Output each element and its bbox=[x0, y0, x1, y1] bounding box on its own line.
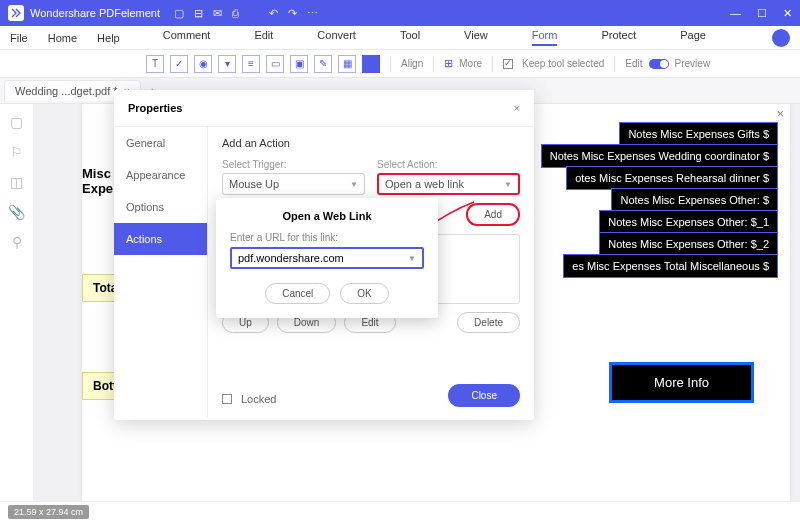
app-name: Wondershare PDFelement bbox=[30, 7, 160, 19]
text-field-icon[interactable]: T bbox=[146, 55, 164, 73]
radio-icon[interactable]: ◉ bbox=[194, 55, 212, 73]
menu-protect[interactable]: Protect bbox=[601, 29, 636, 46]
left-sidebar: ▢ ⚐ ◫ 📎 ⚲ bbox=[0, 104, 34, 501]
properties-close-icon[interactable]: × bbox=[514, 102, 520, 114]
locked-label: Locked bbox=[241, 393, 276, 405]
locked-checkbox[interactable] bbox=[222, 394, 232, 404]
add-action-heading: Add an Action bbox=[222, 137, 520, 149]
form-field[interactable]: Notes Misc Expenses Other: $ bbox=[611, 188, 778, 212]
trigger-label: Select Trigger: bbox=[222, 159, 365, 170]
image-icon[interactable]: ▣ bbox=[290, 55, 308, 73]
maximize-icon[interactable]: ☐ bbox=[757, 7, 767, 20]
button-icon[interactable]: ▭ bbox=[266, 55, 284, 73]
form-field[interactable]: es Misc Expenses Total Miscellaneous $ bbox=[563, 254, 778, 278]
align-dropdown[interactable]: Align bbox=[401, 58, 423, 69]
menu-form[interactable]: Form bbox=[532, 29, 558, 46]
url-dialog: Open a Web Link Enter a URL for this lin… bbox=[216, 198, 438, 318]
menu-home[interactable]: Home bbox=[48, 32, 77, 44]
tab-appearance[interactable]: Appearance bbox=[114, 159, 207, 191]
menu-help[interactable]: Help bbox=[97, 32, 120, 44]
keep-tool-checkbox[interactable] bbox=[503, 59, 513, 69]
page-dimensions: 21.59 x 27.94 cm bbox=[8, 505, 89, 519]
misc-heading: Misc Expe bbox=[82, 166, 113, 196]
menu-page[interactable]: Page bbox=[680, 29, 706, 46]
menu-comment[interactable]: Comment bbox=[163, 29, 211, 46]
form-field[interactable]: Notes Misc Expenses Other: $_1 bbox=[599, 210, 778, 234]
mail-icon[interactable]: ✉ bbox=[213, 7, 222, 20]
print-icon[interactable]: ⎙ bbox=[232, 7, 239, 19]
more-label[interactable]: More bbox=[459, 58, 482, 69]
menu-convert[interactable]: Convert bbox=[317, 29, 356, 46]
form-field[interactable]: Notes Misc Expenses Wedding coordinator … bbox=[541, 144, 778, 168]
action-label: Select Action: bbox=[377, 159, 520, 170]
bookmarks-icon[interactable]: ⚐ bbox=[10, 144, 23, 160]
trigger-select[interactable]: Mouse Up▼ bbox=[222, 173, 365, 195]
tab-options[interactable]: Options bbox=[114, 191, 207, 223]
ok-button[interactable]: OK bbox=[340, 283, 388, 304]
attachments-icon[interactable]: 📎 bbox=[8, 204, 25, 220]
action-select[interactable]: Open a web link▼ bbox=[377, 173, 520, 195]
search-icon[interactable]: ⚲ bbox=[12, 234, 22, 250]
preview-mode-label: Preview bbox=[675, 58, 711, 69]
more-tools-icon[interactable]: ⊞ bbox=[444, 57, 453, 70]
more-info-button[interactable]: More Info bbox=[609, 362, 754, 403]
form-field[interactable]: otes Misc Expenses Rehearsal dinner $ bbox=[566, 166, 778, 190]
edit-preview-toggle[interactable] bbox=[649, 59, 669, 69]
menu-view[interactable]: View bbox=[464, 29, 488, 46]
add-button[interactable]: Add bbox=[466, 203, 520, 226]
layers-icon[interactable]: ◫ bbox=[10, 174, 23, 190]
tab-title: Wedding ...dget.pdf * bbox=[15, 85, 118, 97]
tab-actions[interactable]: Actions bbox=[114, 223, 207, 255]
properties-title: Properties bbox=[128, 102, 182, 114]
panel-close-icon[interactable]: × bbox=[776, 106, 784, 121]
titlebar-quick-icons: ▢ ⊟ ✉ ⎙ ↶ ↷ ⋯ bbox=[174, 7, 318, 20]
signature-icon[interactable]: ✎ bbox=[314, 55, 332, 73]
checkbox-icon[interactable]: ✓ bbox=[170, 55, 188, 73]
thumbnails-icon[interactable]: ▢ bbox=[10, 114, 23, 130]
chevron-down-icon: ▼ bbox=[504, 180, 512, 189]
open-icon[interactable]: ▢ bbox=[174, 7, 184, 20]
app-logo-icon bbox=[8, 5, 24, 21]
url-input[interactable]: pdf.wondershare.com▼ bbox=[230, 247, 424, 269]
menu-bar: File Home Help Comment Edit Convert Tool… bbox=[0, 26, 800, 50]
chevron-down-icon: ▼ bbox=[350, 180, 358, 189]
keep-tool-label: Keep tool selected bbox=[522, 58, 604, 69]
form-toolbar: T ✓ ◉ ▾ ≡ ▭ ▣ ✎ ▦ Align ⊞ More Keep tool… bbox=[0, 50, 800, 78]
form-field[interactable]: Notes Misc Expenses Gifts $ bbox=[619, 122, 778, 146]
properties-tabs: General Appearance Options Actions bbox=[114, 127, 208, 417]
form-field[interactable]: Notes Misc Expenses Other: $_2 bbox=[599, 232, 778, 256]
list-icon[interactable]: ≡ bbox=[242, 55, 260, 73]
close-icon[interactable]: ✕ bbox=[783, 7, 792, 20]
combo-icon[interactable]: ▾ bbox=[218, 55, 236, 73]
user-avatar-icon[interactable] bbox=[772, 29, 790, 47]
more-icon[interactable]: ⋯ bbox=[307, 7, 318, 20]
edit-mode-label: Edit bbox=[625, 58, 642, 69]
redo-icon[interactable]: ↷ bbox=[288, 7, 297, 20]
save-icon[interactable]: ⊟ bbox=[194, 7, 203, 20]
tab-general[interactable]: General bbox=[114, 127, 207, 159]
status-bar: 21.59 x 27.94 cm bbox=[0, 501, 800, 521]
eraser-icon[interactable] bbox=[362, 55, 380, 73]
cancel-button[interactable]: Cancel bbox=[265, 283, 330, 304]
menu-file[interactable]: File bbox=[10, 32, 28, 44]
url-dialog-title: Open a Web Link bbox=[230, 210, 424, 222]
close-button[interactable]: Close bbox=[448, 384, 520, 407]
url-input-label: Enter a URL for this link: bbox=[230, 232, 424, 243]
undo-icon[interactable]: ↶ bbox=[269, 7, 278, 20]
date-icon[interactable]: ▦ bbox=[338, 55, 356, 73]
delete-button[interactable]: Delete bbox=[457, 312, 520, 333]
minimize-icon[interactable]: ― bbox=[730, 7, 741, 20]
chevron-down-icon: ▼ bbox=[408, 254, 416, 263]
menu-edit[interactable]: Edit bbox=[254, 29, 273, 46]
title-bar: Wondershare PDFelement ▢ ⊟ ✉ ⎙ ↶ ↷ ⋯ ― ☐… bbox=[0, 0, 800, 26]
menu-tool[interactable]: Tool bbox=[400, 29, 420, 46]
